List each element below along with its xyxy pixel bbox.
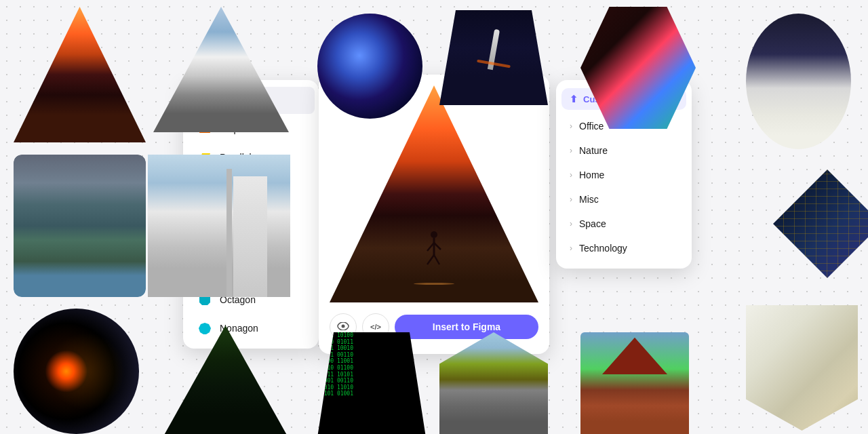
chevron-icon-space: › [570, 219, 572, 229]
category-label-office: Office [579, 121, 604, 132]
category-item-home[interactable]: ›Home [561, 163, 686, 187]
bg-img-lake [14, 155, 146, 297]
category-item-misc[interactable]: ›Misc [561, 187, 686, 212]
chevron-icon-misc: › [570, 195, 572, 204]
chevron-icon-nature: › [570, 146, 572, 155]
category-label-technology: Technology [579, 243, 627, 254]
eye-icon [337, 321, 349, 333]
category-label-home: Home [579, 170, 604, 180]
svg-point-0 [431, 231, 437, 238]
category-label-nature: Nature [579, 145, 608, 156]
svg-line-4 [427, 255, 434, 264]
shape-icon-nonagon [198, 321, 212, 335]
category-item-technology[interactable]: ›Technology [561, 236, 686, 260]
bg-img-buildings [148, 155, 290, 297]
bg-img-house [580, 332, 689, 434]
upload-icon: ⬆ [570, 94, 578, 104]
code-icon: </> [370, 323, 381, 331]
svg-line-5 [434, 255, 439, 264]
svg-point-6 [342, 325, 345, 328]
category-item-nature[interactable]: ›Nature [561, 138, 686, 163]
chevron-icon-technology: › [570, 243, 572, 253]
insert-figma-button[interactable]: Insert to Figma [395, 315, 538, 339]
bg-img-galaxy-circle [317, 14, 422, 119]
bg-img-eclipse [14, 309, 139, 434]
shape-item-nonagon[interactable]: Nonagon [187, 315, 315, 342]
chevron-icon-home: › [570, 170, 572, 180]
bg-img-astronaut [746, 14, 851, 149]
bg-img-rocket [439, 10, 548, 105]
category-item-space[interactable]: ›Space [561, 212, 686, 236]
chevron-icon-office: › [570, 121, 572, 131]
category-label-misc: Misc [579, 194, 599, 205]
category-label-space: Space [579, 218, 606, 229]
bg-img-matrix: 01001 1010011010 0101100101 1001010011 0… [317, 332, 426, 434]
center-preview-panel: </> Insert to Figma [319, 75, 549, 354]
